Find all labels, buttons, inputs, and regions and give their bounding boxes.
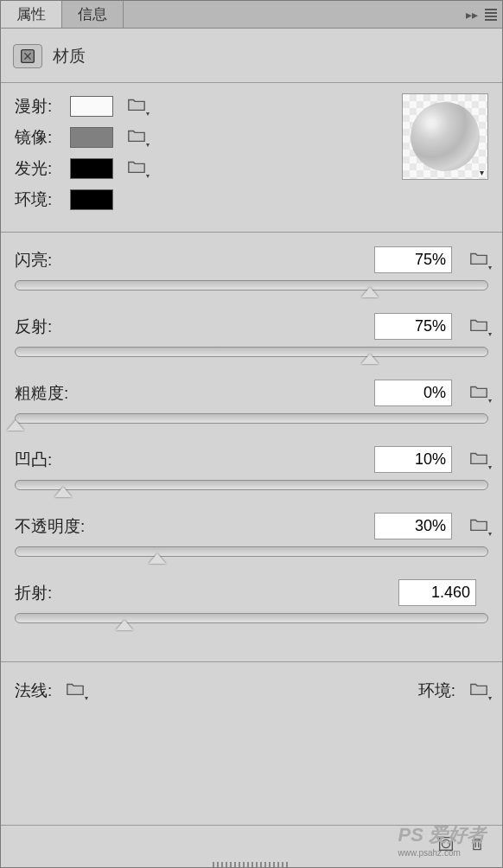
bump-group: 凹凸: ▾ xyxy=(15,446,488,490)
shine-input[interactable] xyxy=(374,246,452,273)
bump-thumb[interactable] xyxy=(54,487,73,499)
ambient-row: 环境: xyxy=(15,188,146,211)
illumination-swatch[interactable] xyxy=(70,158,113,179)
specular-label: 镜像: xyxy=(15,126,61,149)
diffuse-row: 漫射: ▾ xyxy=(15,95,146,118)
shine-label: 闪亮: xyxy=(15,249,52,271)
specular-swatch[interactable] xyxy=(70,127,113,148)
specular-row: 镜像: ▾ xyxy=(15,126,146,149)
refraction-label: 折射: xyxy=(15,582,52,604)
refraction-thumb[interactable] xyxy=(115,620,134,632)
panel-title: 材质 xyxy=(53,45,86,67)
watermark-bottom: PS 爱好者 www.psahz.com xyxy=(398,822,486,858)
specular-folder-icon[interactable]: ▾ xyxy=(127,128,146,147)
tab-info[interactable]: 信息 xyxy=(62,1,124,28)
ambient-swatch[interactable] xyxy=(70,189,113,210)
opacity-label: 不透明度: xyxy=(15,515,85,538)
reflection-input[interactable] xyxy=(374,313,452,340)
shine-thumb[interactable] xyxy=(360,287,379,299)
illumination-folder-icon[interactable]: ▾ xyxy=(127,159,146,178)
opacity-thumb[interactable] xyxy=(148,553,167,565)
opacity-group: 不透明度: ▾ xyxy=(15,513,488,557)
roughness-thumb[interactable] xyxy=(6,420,25,432)
reflection-folder-icon[interactable]: ▾ xyxy=(469,317,488,336)
diffuse-label: 漫射: xyxy=(15,95,61,118)
ambient-label: 环境: xyxy=(15,188,61,211)
sphere-icon xyxy=(411,102,480,171)
roughness-label: 粗糙度: xyxy=(15,382,68,405)
panel-menu-icon[interactable] xyxy=(485,9,497,21)
environment-label: 环境: xyxy=(418,680,455,702)
roughness-slider[interactable] xyxy=(15,413,488,424)
opacity-slider[interactable] xyxy=(15,546,488,557)
material-preview[interactable]: ▾ xyxy=(402,93,488,180)
refraction-slider[interactable] xyxy=(15,613,488,623)
reflection-thumb[interactable] xyxy=(360,354,379,366)
illumination-row: 发光: ▾ xyxy=(15,157,146,180)
roughness-folder-icon[interactable]: ▾ xyxy=(469,384,488,403)
tabs-bar: 属性 信息 ▸▸ xyxy=(1,1,502,29)
reflection-group: 反射: ▾ xyxy=(15,313,488,357)
reflection-label: 反射: xyxy=(15,316,52,338)
diffuse-swatch[interactable] xyxy=(70,96,113,117)
environment-folder-icon[interactable]: ▾ xyxy=(469,681,488,700)
refraction-group: 折射: xyxy=(15,579,488,623)
reflection-slider[interactable] xyxy=(15,347,488,357)
resize-grip[interactable] xyxy=(213,862,290,867)
roughness-group: 粗糙度: ▾ xyxy=(15,380,488,424)
bump-slider[interactable] xyxy=(15,480,488,490)
diffuse-folder-icon[interactable]: ▾ xyxy=(127,97,146,116)
bump-label: 凹凸: xyxy=(15,449,52,471)
opacity-input[interactable] xyxy=(374,513,452,539)
bump-folder-icon[interactable]: ▾ xyxy=(469,450,488,469)
illumination-label: 发光: xyxy=(15,157,61,180)
roughness-input[interactable] xyxy=(374,380,452,406)
bump-input[interactable] xyxy=(374,446,452,473)
collapse-icon[interactable]: ▸▸ xyxy=(466,8,478,22)
opacity-folder-icon[interactable]: ▾ xyxy=(469,517,488,536)
panel-title-row: 材质 xyxy=(1,29,502,73)
shine-slider[interactable] xyxy=(15,280,488,290)
material-icon xyxy=(13,44,42,68)
refraction-input[interactable] xyxy=(398,579,476,606)
tab-properties[interactable]: 属性 xyxy=(1,1,62,28)
shine-group: 闪亮: ▾ xyxy=(15,246,488,290)
normal-label: 法线: xyxy=(15,680,52,702)
normal-folder-icon[interactable]: ▾ xyxy=(66,681,85,700)
shine-folder-icon[interactable]: ▾ xyxy=(469,251,488,270)
